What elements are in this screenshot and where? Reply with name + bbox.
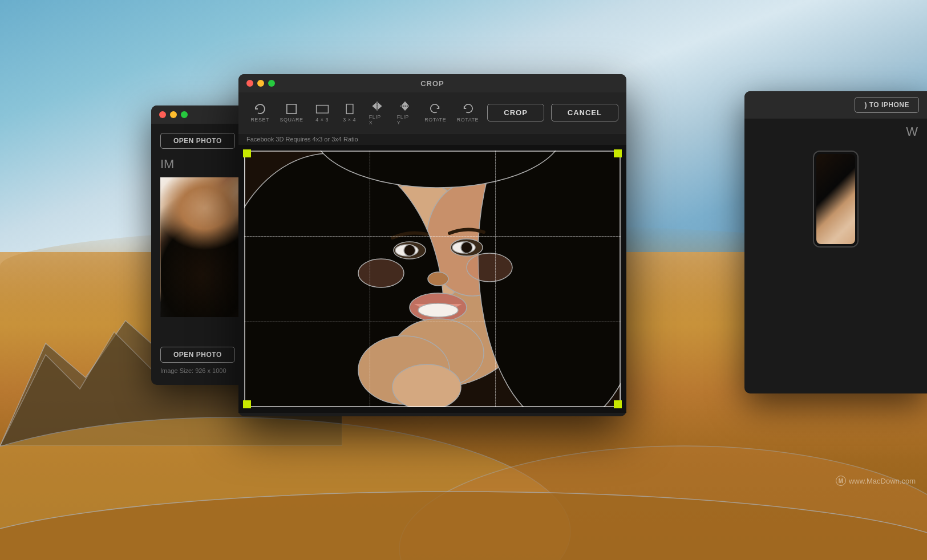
minimize-button-main[interactable]	[257, 80, 264, 87]
crop-area[interactable]	[238, 145, 626, 413]
cancel-button[interactable]: CANCEL	[551, 104, 618, 121]
to-iphone-button[interactable]: ) TO IPHONE	[855, 97, 919, 113]
square-tool[interactable]: SQUARE	[276, 100, 307, 125]
rotate-ccw-tool[interactable]: ROTATE	[453, 100, 483, 125]
ratio-4x3-tool[interactable]: 4 × 3	[310, 100, 335, 125]
toolbar: RESET SQUARE 4 × 3	[238, 92, 626, 133]
flip-y-tool[interactable]: FLIP Y	[392, 97, 418, 128]
ratio-3x4-tool[interactable]: 3 × 4	[337, 100, 362, 125]
svg-point-33	[358, 259, 404, 287]
face-svg	[244, 151, 621, 407]
watermark-text: www.MacDown.com	[849, 477, 916, 485]
watermark: M www.MacDown.com	[836, 476, 916, 486]
maximize-button-back-left[interactable]	[181, 111, 188, 118]
close-button-main[interactable]	[246, 80, 253, 87]
flip-x-tool[interactable]: FLIP X	[365, 97, 390, 128]
rotate-cw-tool[interactable]: ROTATE	[420, 100, 451, 125]
ratio-3x4-icon	[342, 103, 358, 115]
flip-x-label: FLIP X	[369, 114, 386, 125]
open-photo-bottom-button[interactable]: OPEN PHOTO	[160, 347, 235, 363]
close-button-back-left[interactable]	[159, 111, 166, 118]
svg-point-34	[467, 253, 512, 282]
svg-point-27	[428, 272, 448, 286]
back-left-photo	[160, 177, 249, 317]
svg-rect-7	[346, 104, 353, 114]
square-icon	[284, 103, 299, 115]
flip-y-label: FLIP Y	[397, 114, 414, 125]
rotate-ccw-icon	[460, 103, 476, 115]
image-size-label: Image Size: 926 x 1000	[160, 367, 226, 374]
ratio-hint: Facebook 3D Requires 4x3 or 3x4 Ratio	[238, 133, 626, 145]
rotate-cw-icon	[427, 103, 443, 115]
phone-preview	[813, 151, 859, 247]
svg-point-29	[418, 303, 458, 317]
watermark-logo: M	[836, 476, 846, 486]
im-label: IM	[160, 157, 174, 172]
window-back-right: ) TO IPHONE W	[744, 91, 927, 393]
svg-point-32	[392, 364, 461, 407]
svg-rect-5	[287, 104, 296, 113]
svg-point-25	[404, 245, 415, 256]
ratio-4x3-icon	[314, 103, 330, 115]
reset-label: RESET	[250, 117, 269, 123]
main-photo	[244, 151, 621, 407]
open-photo-top-button[interactable]: OPEN PHOTO	[160, 133, 235, 149]
rotate-cw-label: ROTATE	[424, 117, 446, 123]
minimize-button-back-left[interactable]	[170, 111, 177, 118]
window-title: CROP	[420, 79, 444, 88]
crop-button[interactable]: CROP	[487, 104, 544, 121]
window-main-crop: CROP RESET SQUARE	[238, 74, 626, 416]
svg-marker-9	[373, 102, 377, 110]
svg-point-26	[461, 242, 472, 253]
titlebar-back-right: ) TO IPHONE	[744, 91, 927, 119]
flip-x-icon	[369, 100, 385, 112]
svg-marker-10	[378, 102, 382, 110]
right-preview-label: W	[744, 119, 927, 145]
svg-marker-13	[402, 107, 409, 111]
rotate-ccw-label: ROTATE	[457, 117, 479, 123]
main-titlebar: CROP	[238, 74, 626, 92]
reset-icon	[252, 103, 268, 115]
maximize-button-main[interactable]	[268, 80, 275, 87]
reset-tool[interactable]: RESET	[246, 100, 273, 125]
svg-marker-12	[402, 102, 409, 106]
ratio-4x3-label: 4 × 3	[315, 117, 329, 123]
svg-rect-6	[316, 105, 328, 113]
flip-y-icon	[397, 100, 413, 112]
square-label: SQUARE	[280, 117, 303, 123]
photo-face-back	[160, 177, 249, 317]
ratio-3x4-label: 3 × 4	[343, 117, 356, 123]
